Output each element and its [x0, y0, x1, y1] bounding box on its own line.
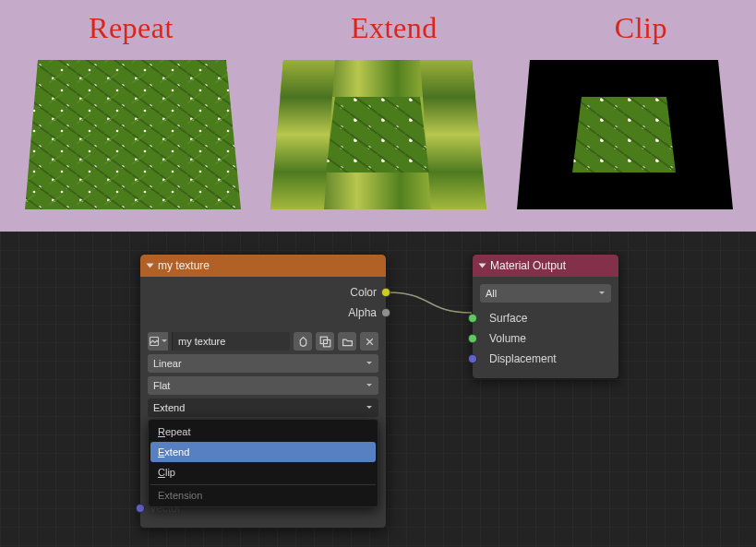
target-dropdown[interactable]: All	[480, 284, 611, 303]
collapse-arrow-icon[interactable]	[479, 264, 486, 268]
extension-dropdown[interactable]: Extend	[148, 398, 378, 417]
label-repeat: Repeat	[89, 11, 174, 45]
label-extend: Extend	[351, 11, 438, 45]
output-alpha-label: Alpha	[348, 306, 377, 319]
svg-marker-11	[270, 60, 335, 209]
image-texture-node[interactable]: my texture Color Alpha my texture Linear…	[139, 254, 387, 529]
socket-alpha[interactable]	[381, 308, 390, 317]
svg-marker-13	[326, 97, 429, 172]
collapse-arrow-icon[interactable]	[147, 264, 154, 268]
socket-displacement[interactable]	[468, 354, 477, 363]
open-button[interactable]	[338, 332, 356, 351]
svg-marker-18	[572, 97, 676, 172]
input-displacement-label: Displacement	[489, 352, 557, 365]
projection-dropdown[interactable]: Flat	[148, 376, 378, 395]
preview-extend	[264, 51, 491, 219]
label-clip: Clip	[615, 11, 667, 45]
extension-dropdown-menu: Repeat Extend Clip Extension	[148, 419, 378, 507]
input-surface-label: Surface	[489, 312, 527, 325]
svg-marker-12	[420, 60, 486, 209]
fake-user-button[interactable]	[294, 332, 312, 351]
socket-color[interactable]	[381, 288, 390, 297]
new-button[interactable]	[316, 332, 334, 351]
socket-surface[interactable]	[468, 314, 477, 323]
material-output-node[interactable]: Material Output All Surface Volume Displ…	[472, 254, 619, 379]
node-title: my texture	[158, 259, 210, 272]
svg-marker-4	[25, 60, 241, 209]
menu-item-clip[interactable]: Clip	[150, 462, 376, 482]
input-volume-label: Volume	[489, 332, 526, 345]
image-datablock-row: my texture	[148, 332, 378, 351]
unlink-button[interactable]	[360, 332, 378, 351]
node-title: Material Output	[490, 259, 566, 272]
socket-vector[interactable]	[136, 504, 145, 513]
preview-clip	[510, 51, 738, 219]
menu-item-extend[interactable]: Extend	[150, 442, 376, 462]
menu-item-repeat[interactable]: Repeat	[150, 422, 376, 442]
interpolation-dropdown[interactable]: Linear	[148, 354, 378, 373]
preview-repeat	[18, 51, 246, 219]
image-name-field[interactable]: my texture	[172, 332, 290, 351]
image-icon[interactable]	[148, 332, 168, 351]
output-color-label: Color	[350, 286, 377, 299]
node-editor[interactable]: my texture Color Alpha my texture Linear…	[0, 232, 756, 547]
menu-footer: Extension	[150, 484, 376, 505]
examples-panel: Repeat Extend Clip	[0, 0, 756, 232]
node-header[interactable]: Material Output	[473, 255, 618, 277]
socket-volume[interactable]	[468, 334, 477, 343]
node-header[interactable]: my texture	[140, 255, 386, 277]
